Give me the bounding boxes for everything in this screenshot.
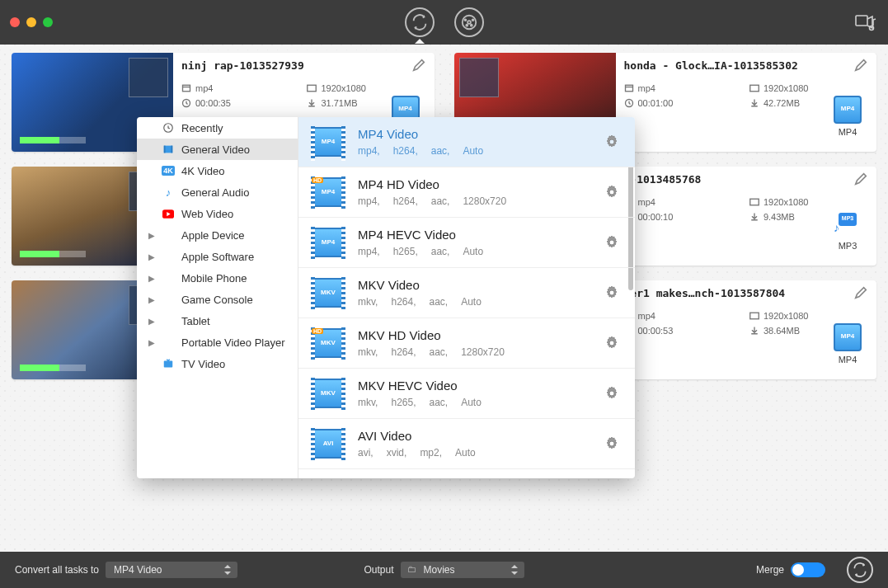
category-label: Apple Software [181,251,254,263]
category-item[interactable]: Recently [137,117,298,139]
format-item[interactable]: AVIAVI Videoavi,xvid,mp2,Auto [298,419,635,469]
format-item[interactable]: MKVMKV Videomkv,h264,aac,Auto [298,268,635,318]
category-item[interactable]: ▶Apple Device [137,224,298,246]
category-item[interactable]: TV Video [137,353,298,374]
chevron-icon [162,314,175,327]
category-list: RecentlyGeneral Video4K4K Video♪General … [137,117,298,478]
category-label: Web Video [181,208,233,220]
media-tab-icon[interactable] [454,7,484,37]
task-meta: mp4 1920x1080 00:01:00 42.72MB [624,83,869,108]
gear-icon[interactable] [605,336,618,350]
close-window-button[interactable] [10,17,20,27]
format-picker-popup: RecentlyGeneral Video4K4K Video♪General … [137,117,635,478]
edit-icon[interactable] [853,285,868,300]
format-icon: MP4 [312,127,345,157]
convert-format-select[interactable]: MP4 Video [106,562,237,578]
format-icon: MKV [312,278,345,308]
minimize-window-button[interactable] [26,17,36,27]
chevron-icon [162,336,175,349]
format-name: MKV HEVC Video [358,379,495,393]
format-detail: avi,xvid,mp2,Auto [358,447,489,459]
svg-rect-18 [750,313,759,319]
output-format-badge[interactable]: MP3 MP3 [834,213,862,251]
format-item[interactable]: HDMKVMKV HD Videomkv,h264,aac,1280x720 [298,318,635,369]
svg-rect-9 [308,85,317,92]
format-detail: mkv,h264,aac,Auto [358,296,495,308]
convert-tab-icon[interactable] [405,7,435,37]
yt-icon [162,207,175,220]
chevron-icon [162,250,175,263]
task-meta: mp4 1920x1080 00:00:35 31.71MB [181,83,426,108]
svg-point-5 [470,25,472,26]
svg-rect-25 [164,361,173,368]
window-controls [10,17,53,27]
format-icon: MKV [312,379,345,408]
start-convert-button[interactable] [847,557,873,583]
format-name: MKV Video [358,278,495,292]
chevron-icon [162,228,175,242]
category-label: Portable Video Player [181,336,285,349]
svg-point-0 [462,16,476,30]
svg-point-1 [467,21,471,24]
edit-icon[interactable] [853,58,868,73]
category-label: Apple Device [181,229,245,242]
format-name: MP4 HD Video [358,177,519,191]
output-folder-select[interactable]: 🗀Movies [401,562,524,578]
merge-label: Merge [756,564,784,576]
gear-icon[interactable] [605,437,618,450]
svg-point-2 [464,19,466,21]
category-label: Game Console [181,294,253,306]
output-label: Output [364,564,393,576]
task-title: honda - Glock…IA-1013585302 [624,59,814,72]
category-item[interactable]: ▶Game Console [137,289,298,310]
category-label: Tablet [181,315,210,327]
zoom-window-button[interactable] [43,17,53,27]
gear-icon[interactable] [605,387,618,400]
gear-icon[interactable] [605,286,618,299]
task-meta: mp4 1920x1080 00:00:53 38.64MB [624,311,869,336]
category-item[interactable]: ▶Mobile Phone [137,267,298,289]
svg-rect-15 [750,199,759,205]
output-format-badge[interactable]: MP4 [834,323,862,365]
gear-icon[interactable] [605,135,618,148]
category-label: General Video [181,143,250,156]
format-icon: MP4 [312,228,345,257]
format-item[interactable]: MP4MP4 HEVC Videomp4,h265,aac,Auto [298,218,635,268]
film-icon [162,143,175,156]
svg-point-4 [466,25,467,26]
edit-icon[interactable] [411,58,426,73]
format-item[interactable]: MKVMKV HEVC Videomkv,h265,aac,Auto [298,369,635,419]
task-title: ninj rap-1013527939 [181,59,371,72]
mp4-icon [834,96,862,124]
format-item[interactable]: MP4MP4 Videomp4,h264,aac,Auto [298,117,635,167]
svg-point-3 [472,19,473,21]
note-icon: ♪ [162,186,175,199]
category-item[interactable]: ▶Tablet [137,310,298,332]
format-item[interactable]: HDMP4MP4 HD Videomp4,h264,aac,1280x720 [298,167,635,218]
format-icon: AVI [312,429,345,459]
category-item[interactable]: ▶Apple Software [137,246,298,267]
task-title: G-1013485768 [624,173,814,186]
output-format-badge[interactable]: MP4 [834,96,862,137]
category-label: Recently [181,122,223,134]
edit-icon[interactable] [853,172,868,186]
format-icon: HDMKV [312,328,345,358]
library-icon[interactable] [853,11,876,34]
task-title: ler1 makes…nch-1013587804 [624,287,814,299]
titlebar [0,0,888,45]
category-item[interactable]: ▶Portable Video Player [137,332,298,353]
category-item[interactable]: 4K4K Video [137,160,298,181]
category-item[interactable]: General Video [137,139,298,160]
gear-icon[interactable] [605,186,618,199]
category-item[interactable]: ♪General Audio [137,181,298,203]
svg-rect-6 [856,16,867,26]
chevron-icon [162,293,175,306]
gear-icon[interactable] [605,236,618,249]
folder-icon: 🗀 [407,564,416,574]
format-detail: mp4,h264,aac,Auto [358,145,496,157]
format-name: MKV HD Video [358,328,518,342]
merge-toggle[interactable] [791,562,825,577]
task-meta: mp4 1920x1080 00:00:10 9.43MB [624,197,869,222]
category-item[interactable]: Web Video [137,203,298,224]
svg-rect-22 [164,146,166,153]
